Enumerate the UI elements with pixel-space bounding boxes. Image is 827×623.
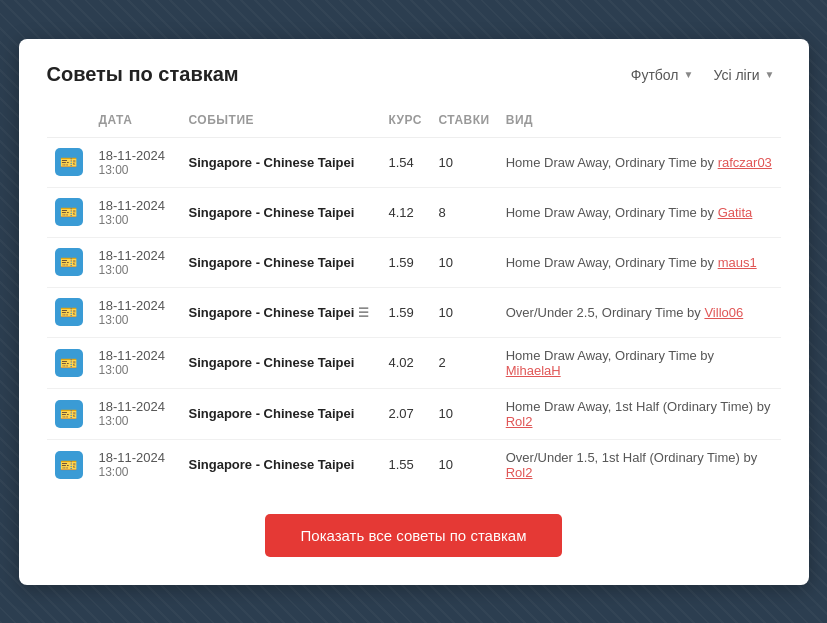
league-dropdown[interactable]: Усі ліги ▼ xyxy=(707,63,780,87)
row-date: 18-11-202413:00 xyxy=(91,337,181,388)
row-stakes: 10 xyxy=(431,388,498,439)
date-value: 18-11-2024 xyxy=(99,148,173,163)
row-date: 18-11-202413:00 xyxy=(91,388,181,439)
event-name: Singapore - Chinese Taipei xyxy=(189,155,355,170)
view-text: Over/Under 1.5, 1st Half (Ordinary Time)… xyxy=(506,450,757,465)
table-row: 🎫18-11-202413:00Singapore - Chinese Taip… xyxy=(47,337,781,388)
page-title: Советы по ставкам xyxy=(47,63,239,86)
row-event: Singapore - Chinese Taipei xyxy=(181,137,381,187)
event-name: Singapore - Chinese Taipei xyxy=(189,305,355,320)
row-course: 4.12 xyxy=(381,187,431,237)
row-icon-cell: 🎫 xyxy=(47,237,91,287)
row-stakes: 8 xyxy=(431,187,498,237)
row-stakes: 10 xyxy=(431,137,498,187)
row-icon-cell: 🎫 xyxy=(47,187,91,237)
row-stakes: 10 xyxy=(431,287,498,337)
table-row: 🎫18-11-202413:00Singapore - Chinese Taip… xyxy=(47,237,781,287)
header-controls: Футбол ▼ Усі ліги ▼ xyxy=(625,63,781,87)
ticket-icon: 🎫 xyxy=(55,148,83,176)
row-event: Singapore - Chinese Taipei xyxy=(181,337,381,388)
league-dropdown-arrow: ▼ xyxy=(765,69,775,80)
time-value: 13:00 xyxy=(99,263,173,277)
ticket-icon: 🎫 xyxy=(55,451,83,479)
date-value: 18-11-2024 xyxy=(99,198,173,213)
date-value: 18-11-2024 xyxy=(99,298,173,313)
row-date: 18-11-202413:00 xyxy=(91,287,181,337)
bets-table: ДАТА СОБЫТИЕ КУРС СТАВКИ ВИД 🎫18-11-2024… xyxy=(47,107,781,490)
time-value: 13:00 xyxy=(99,163,173,177)
time-value: 13:00 xyxy=(99,313,173,327)
event-name: Singapore - Chinese Taipei xyxy=(189,355,355,370)
row-course: 2.07 xyxy=(381,388,431,439)
time-value: 13:00 xyxy=(99,213,173,227)
view-text: Home Draw Away, Ordinary Time by xyxy=(506,255,718,270)
table-row: 🎫18-11-202413:00Singapore - Chinese Taip… xyxy=(47,439,781,490)
date-value: 18-11-2024 xyxy=(99,248,173,263)
table-row: 🎫18-11-202413:00Singapore - Chinese Taip… xyxy=(47,287,781,337)
row-view: Home Draw Away, Ordinary Time by maus1 xyxy=(498,237,781,287)
ticket-icon: 🎫 xyxy=(55,349,83,377)
author-link[interactable]: Rol2 xyxy=(506,414,533,429)
row-icon-cell: 🎫 xyxy=(47,337,91,388)
row-view: Home Draw Away, 1st Half (Ordinary Time)… xyxy=(498,388,781,439)
col-course: КУРС xyxy=(381,107,431,138)
sport-dropdown[interactable]: Футбол ▼ xyxy=(625,63,700,87)
row-stakes: 10 xyxy=(431,237,498,287)
ticket-icon: 🎫 xyxy=(55,248,83,276)
table-row: 🎫18-11-202413:00Singapore - Chinese Taip… xyxy=(47,187,781,237)
date-value: 18-11-2024 xyxy=(99,399,173,414)
row-course: 1.54 xyxy=(381,137,431,187)
row-event: Singapore - Chinese Taipei☰ xyxy=(181,287,381,337)
time-value: 13:00 xyxy=(99,363,173,377)
row-date: 18-11-202413:00 xyxy=(91,137,181,187)
date-value: 18-11-2024 xyxy=(99,348,173,363)
row-course: 1.59 xyxy=(381,237,431,287)
row-event: Singapore - Chinese Taipei xyxy=(181,237,381,287)
row-date: 18-11-202413:00 xyxy=(91,187,181,237)
event-name: Singapore - Chinese Taipei xyxy=(189,255,355,270)
col-date: ДАТА xyxy=(91,107,181,138)
time-value: 13:00 xyxy=(99,465,173,479)
event-name: Singapore - Chinese Taipei xyxy=(189,406,355,421)
author-link[interactable]: rafczar03 xyxy=(718,155,772,170)
row-view: Home Draw Away, Ordinary Time by Mihaela… xyxy=(498,337,781,388)
col-view: ВИД xyxy=(498,107,781,138)
row-icon-cell: 🎫 xyxy=(47,287,91,337)
author-link[interactable]: Gatita xyxy=(718,205,753,220)
ticket-icon: 🎫 xyxy=(55,198,83,226)
col-event: СОБЫТИЕ xyxy=(181,107,381,138)
table-row: 🎫18-11-202413:00Singapore - Chinese Taip… xyxy=(47,137,781,187)
ticket-icon: 🎫 xyxy=(55,400,83,428)
col-stakes: СТАВКИ xyxy=(431,107,498,138)
author-link[interactable]: Villo06 xyxy=(704,305,743,320)
table-row: 🎫18-11-202413:00Singapore - Chinese Taip… xyxy=(47,388,781,439)
row-course: 1.55 xyxy=(381,439,431,490)
row-course: 4.02 xyxy=(381,337,431,388)
author-link[interactable]: Rol2 xyxy=(506,465,533,480)
row-event: Singapore - Chinese Taipei xyxy=(181,439,381,490)
row-date: 18-11-202413:00 xyxy=(91,439,181,490)
view-text: Home Draw Away, Ordinary Time by xyxy=(506,155,718,170)
view-text: Home Draw Away, Ordinary Time by xyxy=(506,348,714,363)
ticket-icon: 🎫 xyxy=(55,298,83,326)
row-stakes: 2 xyxy=(431,337,498,388)
row-date: 18-11-202413:00 xyxy=(91,237,181,287)
card-header: Советы по ставкам Футбол ▼ Усі ліги ▼ xyxy=(47,63,781,87)
show-all-wrapper: Показать все советы по ставкам xyxy=(47,514,781,557)
row-view: Over/Under 2.5, Ordinary Time by Villo06 xyxy=(498,287,781,337)
row-view: Over/Under 1.5, 1st Half (Ordinary Time)… xyxy=(498,439,781,490)
show-all-button[interactable]: Показать все советы по ставкам xyxy=(265,514,563,557)
row-icon-cell: 🎫 xyxy=(47,388,91,439)
row-stakes: 10 xyxy=(431,439,498,490)
event-name: Singapore - Chinese Taipei xyxy=(189,457,355,472)
time-value: 13:00 xyxy=(99,414,173,428)
author-link[interactable]: maus1 xyxy=(718,255,757,270)
row-icon-cell: 🎫 xyxy=(47,137,91,187)
table-header-row: ДАТА СОБЫТИЕ КУРС СТАВКИ ВИД xyxy=(47,107,781,138)
row-event: Singapore - Chinese Taipei xyxy=(181,187,381,237)
row-course: 1.59 xyxy=(381,287,431,337)
row-icon-cell: 🎫 xyxy=(47,439,91,490)
author-link[interactable]: MihaelaH xyxy=(506,363,561,378)
row-view: Home Draw Away, Ordinary Time by rafczar… xyxy=(498,137,781,187)
row-event: Singapore - Chinese Taipei xyxy=(181,388,381,439)
